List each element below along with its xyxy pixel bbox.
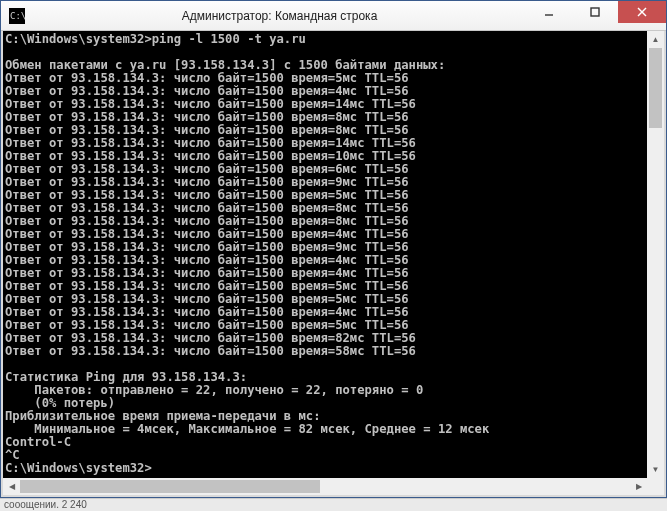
scroll-track-horizontal[interactable] (20, 478, 630, 495)
scroll-thumb-vertical[interactable] (649, 48, 662, 128)
window-title: Администратор: Командная строка (33, 9, 526, 23)
taskbar-fragment: сооощении. 2 240 (0, 498, 667, 511)
scroll-corner (647, 478, 664, 495)
close-button[interactable] (618, 1, 666, 23)
terminal-viewport: C:\Windows\system32>ping -l 1500 -t ya.r… (1, 31, 666, 497)
minimize-button[interactable] (526, 1, 572, 23)
horizontal-scrollbar[interactable]: ◀ ▶ (3, 478, 647, 495)
maximize-button[interactable] (572, 1, 618, 23)
scroll-track-vertical[interactable] (647, 48, 664, 461)
scroll-left-button[interactable]: ◀ (3, 478, 20, 495)
vertical-scrollbar[interactable]: ▲ ▼ (647, 31, 664, 478)
scroll-right-button[interactable]: ▶ (630, 478, 647, 495)
titlebar[interactable]: C:\ Администратор: Командная строка (1, 1, 666, 31)
scroll-up-button[interactable]: ▲ (647, 31, 664, 48)
scroll-down-button[interactable]: ▼ (647, 461, 664, 478)
scroll-thumb-horizontal[interactable] (20, 480, 320, 493)
command-prompt-window: C:\ Администратор: Командная строка C:\W… (0, 0, 667, 498)
svg-rect-1 (591, 8, 599, 16)
cmd-icon: C:\ (9, 8, 25, 24)
terminal-output[interactable]: C:\Windows\system32>ping -l 1500 -t ya.r… (3, 31, 647, 478)
window-controls (526, 1, 666, 30)
